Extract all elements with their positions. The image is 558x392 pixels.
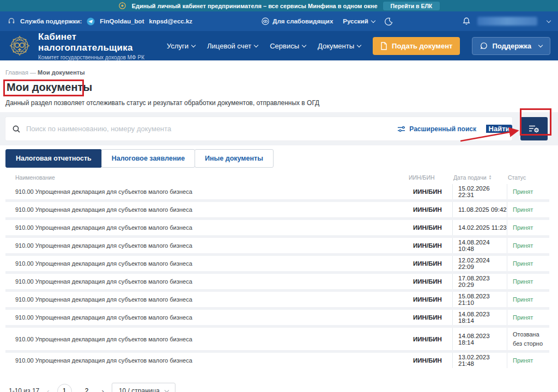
document-name: 910.00 Упрощенная декларация для субъект… (5, 328, 413, 350)
submit-document-button[interactable]: Подать документ (373, 37, 460, 55)
document-date: 13.02.2023 21:48 (452, 353, 507, 368)
user-name-redacted[interactable] (477, 17, 537, 26)
document-name: 910.00 Упрощенная декларация для субъект… (5, 220, 413, 235)
document-name: 910.00 Упрощенная декларация для субъект… (5, 310, 413, 325)
emblem-icon (118, 2, 126, 10)
column-header-status: Статус (502, 174, 545, 181)
table-row[interactable]: 910.00 Упрощенная декларация для субъект… (5, 292, 549, 307)
pagination-page-1[interactable]: 1 (57, 384, 72, 392)
app-subtitle: Комитет государственных доходов МФ РК (38, 54, 160, 60)
nav-services[interactable]: Услуги (167, 42, 195, 50)
pagination-next-button[interactable]: › (102, 387, 104, 392)
table-settings-button[interactable] (520, 117, 548, 140)
tab-other-documents[interactable]: Иные документы (195, 149, 274, 168)
advanced-search-link[interactable]: Расширенный поиск (387, 125, 486, 133)
top-banner: Единый личный кабинет предпринимателя – … (0, 0, 558, 11)
document-date: 11.08.2025 09:42 (452, 202, 507, 217)
document-iin: ИИН/БИН (413, 310, 452, 325)
accessibility-toggle[interactable]: Для слабовидящих (262, 17, 333, 25)
chevron-down-icon (371, 19, 375, 23)
chat-bubble-icon (480, 42, 488, 50)
app-title: Кабинет налогоплательщика (38, 32, 160, 53)
breadcrumb-separator: — (30, 69, 36, 76)
document-name: 910.00 Упрощенная декларация для субъект… (5, 238, 413, 253)
nav-personal-account[interactable]: Лицевой счет (207, 42, 258, 50)
table-row[interactable]: 910.00 Упрощенная декларация для субъект… (5, 184, 549, 199)
table-row[interactable]: 910.00 Упрощенная декларация для субъект… (5, 202, 549, 217)
chevron-down-icon (538, 43, 543, 47)
eye-icon (262, 17, 269, 25)
notifications-bell-icon[interactable] (462, 17, 471, 26)
document-status-badge: Принят (507, 256, 549, 271)
find-button[interactable]: Найти (486, 125, 512, 133)
document-iin: ИИН/БИН (413, 274, 452, 289)
pagination-page-2[interactable]: 2 (80, 384, 94, 392)
document-status-badge: Отозвана без сторно (507, 328, 549, 350)
support-headset-icon (8, 17, 15, 25)
search-input[interactable] (21, 125, 387, 133)
document-name: 910.00 Упрощенная декларация для субъект… (5, 184, 413, 199)
table-row[interactable]: 910.00 Упрощенная декларация для субъект… (5, 353, 549, 368)
document-status-badge: Принят (507, 292, 549, 307)
document-status-badge: Принят (507, 353, 549, 368)
filter-gear-icon (528, 124, 540, 134)
utility-bar: Служба поддержки: FinQoldau_bot knpsd@ec… (0, 11, 558, 31)
document-iin: ИИН/БИН (413, 353, 452, 368)
document-name: 910.00 Упрощенная декларация для субъект… (5, 353, 413, 368)
document-iin: ИИН/БИН (413, 328, 452, 350)
support-label[interactable]: Служба поддержки: (20, 18, 82, 24)
page-content: Главная — Мои документы Мои документы Да… (0, 60, 558, 392)
chevron-down-icon (357, 43, 361, 47)
table-row[interactable]: 910.00 Упрощенная декларация для субъект… (5, 220, 549, 235)
document-date: 14.08.2024 10:48 (452, 238, 507, 253)
breadcrumb-current: Мои документы (38, 69, 85, 76)
banner-text: Единый личный кабинет предпринимателя – … (132, 3, 378, 9)
document-date: 17.08.2023 20:29 (452, 274, 507, 289)
chevron-down-icon (302, 43, 306, 47)
tab-tax-reporting[interactable]: Налоговая отчетность (5, 149, 102, 168)
table-row[interactable]: 910.00 Упрощенная декларация для субъект… (5, 238, 549, 253)
search-bar: Расширенный поиск Найти (5, 117, 512, 140)
document-name: 910.00 Упрощенная декларация для субъект… (5, 274, 413, 289)
support-button[interactable]: Поддержка (472, 37, 550, 55)
search-icon (12, 125, 21, 133)
document-status-badge: Принят (507, 274, 549, 289)
support-email-link[interactable]: knpsd@ecc.kz (149, 18, 192, 24)
table-row[interactable]: 910.00 Упрощенная декларация для субъект… (5, 310, 549, 325)
document-status-badge: Принят (507, 202, 549, 217)
document-iin: ИИН/БИН (413, 292, 452, 307)
chevron-down-icon (254, 43, 258, 47)
document-tabs: Налоговая отчетность Налоговое заявление… (0, 145, 558, 168)
document-iin: ИИН/БИН (413, 238, 452, 253)
dark-mode-moon-icon[interactable] (385, 17, 393, 26)
document-status-badge: Принят (507, 238, 549, 253)
table-header-row: Наименование ИИН/БИН Дата подачи ▲▼ Стат… (5, 168, 549, 184)
document-iin: ИИН/БИН (413, 220, 452, 235)
tab-tax-application[interactable]: Налоговое заявление (101, 149, 195, 168)
table-row[interactable]: 910.00 Упрощенная декларация для субъект… (5, 328, 549, 350)
breadcrumb: Главная — Мои документы (0, 60, 558, 76)
sliders-icon (397, 125, 405, 133)
go-to-elk-button[interactable]: Перейти в ЕЛК (383, 2, 440, 10)
table-row[interactable]: 910.00 Упрощенная декларация для субъект… (5, 256, 549, 271)
search-section: Расширенный поиск Найти (0, 112, 558, 145)
document-date: 12.02.2024 22:09 (452, 256, 507, 271)
user-menu-chevron-icon[interactable] (547, 19, 551, 23)
column-header-date-sortable[interactable]: Дата подачи ▲▼ (448, 174, 502, 181)
sort-icon: ▲▼ (489, 175, 492, 180)
pagination-prev-button[interactable]: ‹ (47, 387, 49, 392)
table-row[interactable]: 910.00 Упрощенная декларация для субъект… (5, 274, 549, 289)
language-selector[interactable]: Русский (343, 18, 374, 24)
documents-table: Наименование ИИН/БИН Дата подачи ▲▼ Стат… (0, 168, 558, 368)
telegram-bot-link[interactable]: FinQoldau_bot (100, 18, 144, 24)
nav-documents[interactable]: Документы (318, 42, 361, 50)
page-size-select[interactable]: 10 / страница (112, 383, 175, 392)
chevron-down-icon (165, 388, 169, 392)
document-date: 15.02.2026 22:31 (452, 184, 507, 199)
nav-servicy[interactable]: Сервисы (270, 42, 306, 50)
document-date: 14.08.2023 18:14 (452, 328, 507, 350)
document-name: 910.00 Упрощенная декларация для субъект… (5, 202, 413, 217)
pagination: 1-10 из 17 ‹ 1 2 › 10 / страница (0, 371, 558, 392)
page-description: Данный раздел позволяет отслеживать стат… (0, 94, 558, 107)
breadcrumb-home[interactable]: Главная (5, 69, 28, 76)
